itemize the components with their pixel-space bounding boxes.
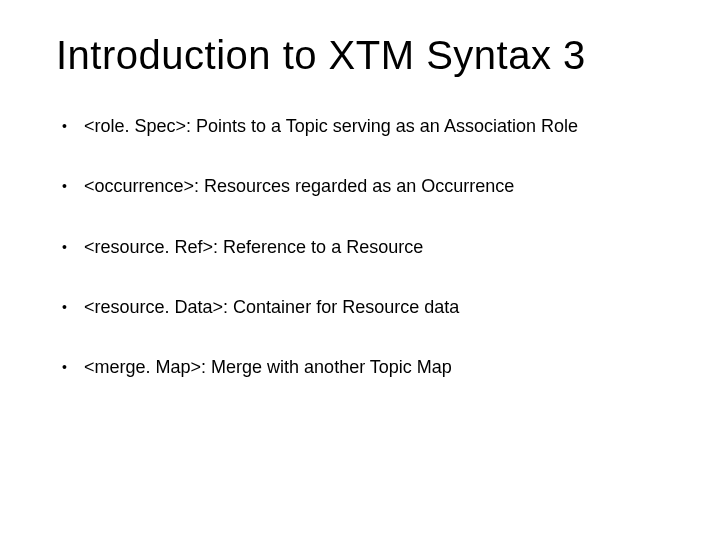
bullet-item: <occurrence>: Resources regarded as an O… bbox=[56, 174, 672, 198]
bullet-list: <role. Spec>: Points to a Topic serving … bbox=[56, 114, 672, 379]
bullet-item: <resource. Data>: Container for Resource… bbox=[56, 295, 672, 319]
slide-title: Introduction to XTM Syntax 3 bbox=[56, 32, 672, 78]
bullet-item: <resource. Ref>: Reference to a Resource bbox=[56, 235, 672, 259]
bullet-item: <role. Spec>: Points to a Topic serving … bbox=[56, 114, 672, 138]
bullet-item: <merge. Map>: Merge with another Topic M… bbox=[56, 355, 672, 379]
slide: Introduction to XTM Syntax 3 <role. Spec… bbox=[0, 0, 720, 540]
